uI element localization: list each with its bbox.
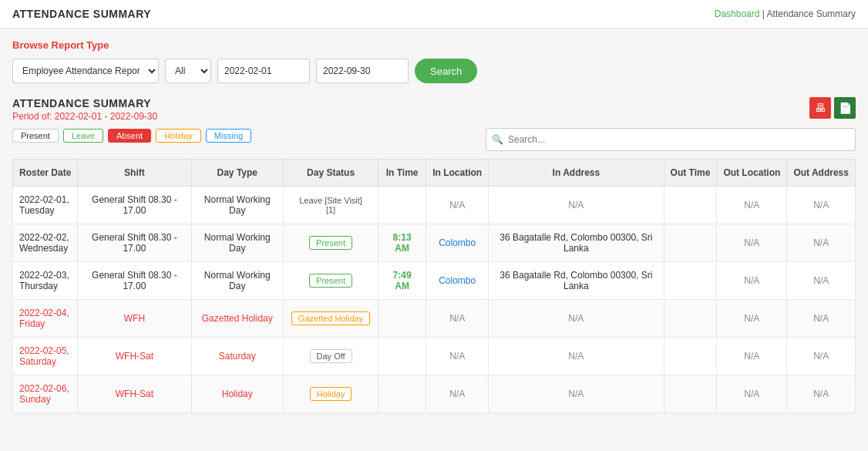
date-to-input[interactable] bbox=[316, 59, 409, 83]
cell-day-type: Normal Working Day bbox=[191, 224, 284, 262]
cell-out-location: N/A bbox=[717, 187, 787, 224]
cell-in-address: 36 Bagatalle Rd, Colombo 00300, Sri Lank… bbox=[489, 224, 664, 262]
cell-day-status: Present bbox=[284, 262, 378, 300]
cell-shift: General Shift 08.30 - 17.00 bbox=[78, 262, 191, 300]
section-header: ATTENDANCE SUMMARY Period of: 2022-02-01… bbox=[12, 97, 856, 122]
cell-roster-date: 2022-02-03,Thursday bbox=[13, 262, 78, 300]
cell-out-location: N/A bbox=[717, 338, 787, 375]
col-out-location: Out Location bbox=[717, 160, 787, 187]
cell-in-time bbox=[378, 187, 426, 224]
cell-in-address: N/A bbox=[489, 300, 664, 338]
cell-out-time bbox=[664, 300, 717, 338]
cell-out-time bbox=[664, 262, 717, 300]
cell-out-address: N/A bbox=[787, 375, 856, 413]
cell-out-location: N/A bbox=[717, 300, 787, 338]
cell-out-address: N/A bbox=[787, 262, 856, 300]
cell-day-type: Saturday bbox=[191, 338, 284, 375]
export-icons: 🖶 📄 bbox=[809, 97, 856, 119]
cell-out-time bbox=[664, 187, 717, 224]
cell-shift: WFH-Sat bbox=[78, 375, 191, 413]
cell-day-type: Gazetted Holiday bbox=[191, 300, 284, 338]
cell-shift: General Shift 08.30 - 17.00 bbox=[78, 187, 191, 224]
table-row: 2022-02-06,SundayWFH-SatHolidayHolidayN/… bbox=[13, 375, 856, 413]
col-in-address: In Address bbox=[489, 160, 664, 187]
col-in-time: In Time bbox=[378, 160, 426, 187]
filter-badges: Present Leave Absent Holiday Missing bbox=[12, 129, 251, 143]
cell-roster-date: 2022-02-06,Sunday bbox=[13, 375, 78, 413]
col-day-type: Day Type bbox=[191, 160, 284, 187]
table-row: 2022-02-02,WednesdayGeneral Shift 08.30 … bbox=[13, 224, 856, 262]
cell-day-type: Normal Working Day bbox=[191, 187, 284, 224]
breadcrumb-dashboard[interactable]: Dashboard bbox=[715, 8, 760, 19]
table-row: 2022-02-03,ThursdayGeneral Shift 08.30 -… bbox=[13, 262, 856, 300]
cell-in-location: N/A bbox=[426, 300, 489, 338]
date-from-input[interactable] bbox=[217, 59, 310, 83]
breadcrumb-current: Attendance Summary bbox=[767, 8, 856, 19]
cell-shift: WFH-Sat bbox=[78, 338, 191, 375]
table-body: 2022-02-01,TuesdayGeneral Shift 08.30 - … bbox=[13, 187, 856, 413]
cell-out-time bbox=[664, 224, 717, 262]
top-header: ATTENDANCE SUMMARY Dashboard | Attendanc… bbox=[0, 0, 868, 29]
cell-out-address: N/A bbox=[787, 300, 856, 338]
report-type-select[interactable]: Employee Attendance Report bbox=[12, 59, 159, 83]
cell-in-time bbox=[378, 375, 426, 413]
cell-in-address: N/A bbox=[489, 338, 664, 375]
cell-roster-date: 2022-02-01,Tuesday bbox=[13, 187, 78, 224]
badge-present[interactable]: Present bbox=[12, 129, 59, 143]
col-shift: Shift bbox=[78, 160, 191, 187]
cell-in-location: Colombo bbox=[426, 262, 489, 300]
export-xls-button[interactable]: 📄 bbox=[834, 97, 856, 119]
cell-shift: WFH bbox=[78, 300, 191, 338]
cell-out-time bbox=[664, 338, 717, 375]
cell-day-type: Holiday bbox=[191, 375, 284, 413]
browse-label: Browse Report Type bbox=[12, 39, 856, 51]
cell-out-location: N/A bbox=[717, 262, 787, 300]
search-icon: 🔍 bbox=[492, 134, 503, 145]
cell-day-status: Present bbox=[284, 224, 378, 262]
cell-in-address: 36 Bagatalle Rd, Colombo 00300, Sri Lank… bbox=[489, 262, 664, 300]
cell-out-address: N/A bbox=[787, 338, 856, 375]
cell-out-address: N/A bbox=[787, 187, 856, 224]
cell-day-status: Day Off bbox=[284, 338, 378, 375]
period-value: 2022-02-01 - 2022-09-30 bbox=[55, 111, 157, 122]
table-row: 2022-02-01,TuesdayGeneral Shift 08.30 - … bbox=[13, 187, 856, 224]
cell-in-time: 8:13 AM bbox=[378, 224, 426, 262]
badge-missing[interactable]: Missing bbox=[206, 129, 251, 143]
cell-out-time bbox=[664, 375, 717, 413]
search-button[interactable]: Search bbox=[415, 59, 477, 83]
cell-day-status: Holiday bbox=[284, 375, 378, 413]
cell-shift: General Shift 08.30 - 17.00 bbox=[78, 224, 191, 262]
attendance-table: Roster Date Shift Day Type Day Status In… bbox=[12, 159, 856, 413]
content-area: Browse Report Type Employee Attendance R… bbox=[0, 29, 868, 424]
cell-day-status: Leave [Site Visit] [1] bbox=[284, 187, 378, 224]
table-row: 2022-02-05,SaturdayWFH-SatSaturdayDay Of… bbox=[13, 338, 856, 375]
col-in-location: In Location bbox=[426, 160, 489, 187]
page-title: ATTENDANCE SUMMARY bbox=[12, 8, 151, 20]
cell-roster-date: 2022-02-05,Saturday bbox=[13, 338, 78, 375]
period-text: Period of: 2022-02-01 - 2022-09-30 bbox=[12, 111, 157, 122]
cell-out-location: N/A bbox=[717, 375, 787, 413]
filter-row: Employee Attendance Report All Search bbox=[12, 59, 856, 83]
col-day-status: Day Status bbox=[284, 160, 378, 187]
cell-in-location: N/A bbox=[426, 375, 489, 413]
period-label: Period of: bbox=[12, 111, 52, 122]
cell-in-location: N/A bbox=[426, 338, 489, 375]
summary-title: ATTENDANCE SUMMARY bbox=[12, 97, 157, 109]
cell-roster-date: 2022-02-04,Friday bbox=[13, 300, 78, 338]
cell-out-location: N/A bbox=[717, 224, 787, 262]
export-pdf-button[interactable]: 🖶 bbox=[809, 97, 831, 119]
badge-absent[interactable]: Absent bbox=[108, 129, 151, 143]
col-out-address: Out Address bbox=[787, 160, 856, 187]
cell-in-address: N/A bbox=[489, 187, 664, 224]
search-input[interactable] bbox=[486, 128, 856, 151]
cell-roster-date: 2022-02-02,Wednesday bbox=[13, 224, 78, 262]
table-row: 2022-02-04,FridayWFHGazetted HolidayGaze… bbox=[13, 300, 856, 338]
cell-in-time bbox=[378, 300, 426, 338]
col-out-time: Out Time bbox=[664, 160, 717, 187]
all-select[interactable]: All bbox=[165, 59, 211, 83]
cell-in-location: N/A bbox=[426, 187, 489, 224]
badge-holiday[interactable]: Holiday bbox=[156, 129, 201, 143]
cell-out-address: N/A bbox=[787, 224, 856, 262]
badge-leave[interactable]: Leave bbox=[63, 129, 103, 143]
cell-in-time: 7:49 AM bbox=[378, 262, 426, 300]
